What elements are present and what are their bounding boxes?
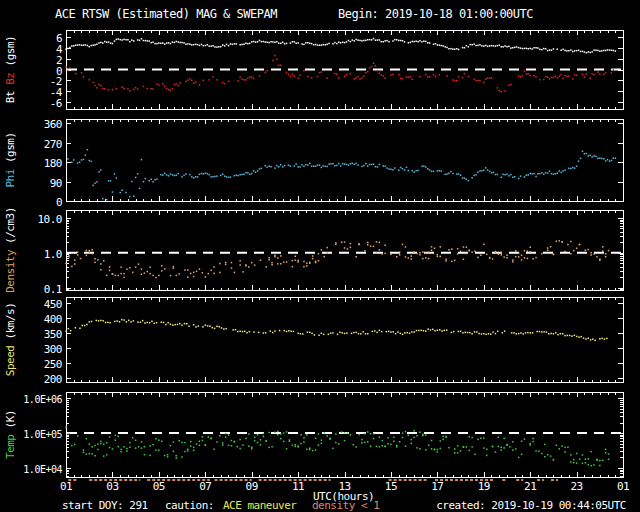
svg-text:03: 03 bbox=[106, 480, 118, 493]
svg-text:0: 0 bbox=[56, 196, 62, 209]
svg-text:360: 360 bbox=[44, 118, 62, 131]
svg-text:10.0: 10.0 bbox=[38, 213, 63, 226]
svg-text:1.0E+06: 1.0E+06 bbox=[23, 394, 62, 405]
svg-text:270: 270 bbox=[44, 138, 62, 151]
created-timestamp: created: 2019-10-19 00:44:05UTC bbox=[436, 499, 626, 512]
svg-text:01: 01 bbox=[60, 480, 72, 493]
svg-text:1.0E+05: 1.0E+05 bbox=[23, 429, 62, 440]
start-doy-label: start DOY: 291 bbox=[62, 499, 148, 512]
svg-text:07: 07 bbox=[199, 480, 211, 493]
caution-ace-maneuver: ACE maneuver bbox=[223, 499, 296, 512]
svg-text:1.0E+04: 1.0E+04 bbox=[23, 464, 62, 475]
plot-canvas: -6-4-20246Bt Bz (gsm)090180270360Phi (gs… bbox=[0, 0, 640, 512]
svg-text:250: 250 bbox=[44, 358, 62, 371]
svg-text:Speed (km/s): Speed (km/s) bbox=[4, 303, 17, 376]
svg-text:90: 90 bbox=[50, 177, 62, 190]
svg-text:Density (/cm3): Density (/cm3) bbox=[4, 207, 17, 293]
svg-text:6: 6 bbox=[56, 32, 62, 45]
svg-text:17: 17 bbox=[431, 480, 443, 493]
svg-text:450: 450 bbox=[44, 298, 62, 311]
svg-text:300: 300 bbox=[44, 343, 62, 356]
svg-text:200: 200 bbox=[44, 373, 62, 386]
svg-text:Bt Bz (gsm): Bt Bz (gsm) bbox=[4, 36, 17, 103]
svg-text:Temp (K): Temp (K) bbox=[4, 410, 17, 459]
svg-text:1.0: 1.0 bbox=[44, 248, 62, 261]
svg-text:21: 21 bbox=[524, 480, 536, 493]
svg-text:180: 180 bbox=[44, 157, 62, 170]
caution-density-lt1: density < 1 bbox=[312, 499, 379, 512]
svg-text:05: 05 bbox=[153, 480, 165, 493]
svg-text:400: 400 bbox=[44, 313, 62, 326]
caution-label: caution: bbox=[165, 499, 214, 512]
svg-text:Phi (gsm): Phi (gsm) bbox=[4, 132, 17, 187]
svg-text:19: 19 bbox=[478, 480, 490, 493]
svg-text:01: 01 bbox=[617, 480, 629, 493]
ace-rtsw-plot: ACE RTSW (Estimated) MAG & SWEPAM Begin:… bbox=[0, 0, 640, 512]
svg-text:15: 15 bbox=[385, 480, 397, 493]
svg-text:23: 23 bbox=[570, 480, 582, 493]
svg-text:350: 350 bbox=[44, 328, 62, 341]
svg-text:09: 09 bbox=[246, 480, 258, 493]
svg-text:0.1: 0.1 bbox=[44, 283, 62, 296]
svg-text:11: 11 bbox=[292, 480, 304, 493]
